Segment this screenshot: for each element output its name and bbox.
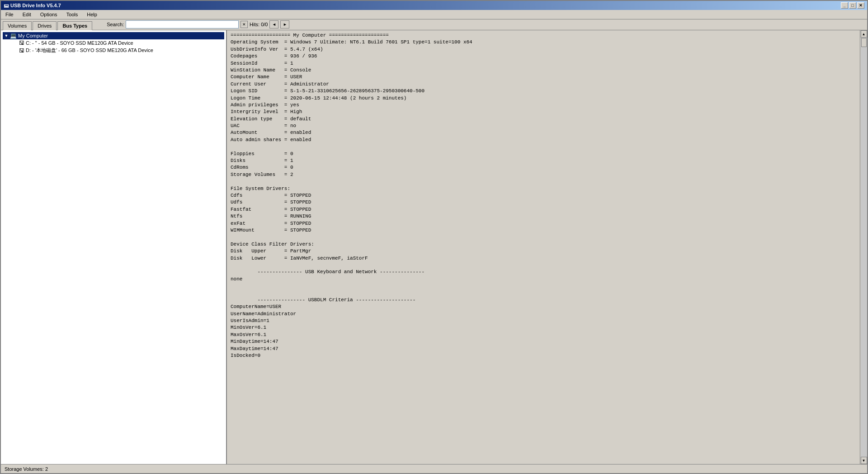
info-text: ==================== My Computer =======… <box>231 32 856 359</box>
window-icon: 🖴 <box>4 3 9 8</box>
expand-spacer-d <box>13 48 18 53</box>
main-window: 🖴 USB Drive Info V5.4.7 _ □ ✕ File Edit … <box>0 0 868 474</box>
disk-icon-c: 🖫 <box>19 40 24 46</box>
tab-volumes[interactable]: Volumes <box>3 21 32 30</box>
computer-icon: 💻 <box>10 33 17 39</box>
title-bar-left: 🖴 USB Drive Info V5.4.7 <box>4 3 61 8</box>
scroll-thumb[interactable] <box>861 38 867 47</box>
scroll-up-button[interactable]: ▲ <box>861 30 867 38</box>
search-clear-button[interactable]: ✕ <box>241 21 248 28</box>
title-bar-controls: _ □ ✕ <box>841 2 864 9</box>
minimize-button[interactable]: _ <box>841 2 848 9</box>
window-title: USB Drive Info V5.4.7 <box>10 3 61 8</box>
menu-file[interactable]: File <box>3 11 16 18</box>
menu-bar: File Edit Options Tools Help <box>1 10 867 19</box>
tree-root[interactable]: ▼ 💻 My Computer <box>3 32 224 39</box>
search-input[interactable] <box>126 20 239 28</box>
tree-item-d-label: D: - '本地磁盘' - 66 GB - SOYO SSD ME120G AT… <box>26 47 153 54</box>
tab-drives[interactable]: Drives <box>33 21 57 30</box>
status-bar: Storage Volumes: 2 <box>1 464 867 473</box>
hits-label: Hits: 0/0 <box>250 22 268 27</box>
tree-item-c[interactable]: 🖫 C: - " - 54 GB - SOYO SSD ME120G ATA D… <box>12 39 224 47</box>
menu-tools[interactable]: Tools <box>64 11 81 18</box>
right-scrollbar: ▲ ▼ <box>860 30 867 464</box>
expand-icon: ▼ <box>4 33 9 38</box>
scroll-down-button[interactable]: ▼ <box>861 457 867 464</box>
tree-item-d[interactable]: 🖫 D: - '本地磁盘' - 66 GB - SOYO SSD ME120G … <box>12 47 224 54</box>
title-bar: 🖴 USB Drive Info V5.4.7 _ □ ✕ <box>1 1 867 10</box>
tree-child-c: 🖫 C: - " - 54 GB - SOYO SSD ME120G ATA D… <box>12 39 224 47</box>
tree-root-label: My Computer <box>18 33 48 38</box>
status-text: Storage Volumes: 2 <box>5 466 48 472</box>
menu-help[interactable]: Help <box>84 11 100 18</box>
left-panel: ▼ 💻 My Computer 🖫 C: - " - 54 GB - SOYO … <box>1 30 227 464</box>
scroll-track[interactable] <box>861 38 867 457</box>
tree-item-c-label: C: - " - 54 GB - SOYO SSD ME120G ATA Dev… <box>26 40 133 46</box>
tree-child-d: 🖫 D: - '本地磁盘' - 66 GB - SOYO SSD ME120G … <box>12 47 224 54</box>
tab-bar: Volumes Drives Bus Types <box>3 21 93 30</box>
menu-options[interactable]: Options <box>38 11 60 18</box>
tab-bustypes[interactable]: Bus Types <box>57 21 92 30</box>
menu-edit[interactable]: Edit <box>20 11 34 18</box>
main-content: ▼ 💻 My Computer 🖫 C: - " - 54 GB - SOYO … <box>1 30 867 464</box>
search-prev-button[interactable]: ◄ <box>269 20 278 28</box>
right-panel: ==================== My Computer =======… <box>227 30 860 464</box>
close-button[interactable]: ✕ <box>857 2 864 9</box>
maximize-button[interactable]: □ <box>849 2 856 9</box>
expand-spacer <box>13 40 18 46</box>
disk-icon-d: 🖫 <box>19 47 24 54</box>
search-label: Search: <box>107 22 124 27</box>
search-next-button[interactable]: ► <box>280 20 289 28</box>
